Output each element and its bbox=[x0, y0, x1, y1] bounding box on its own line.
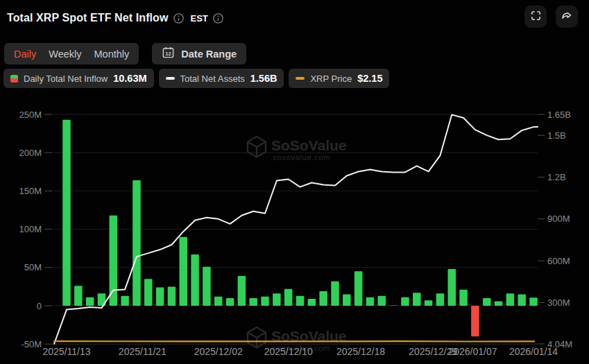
right-axis-label: 1.2B bbox=[547, 172, 566, 182]
x-axis-label: 2025/11/13 bbox=[42, 346, 90, 357]
inflow-bar bbox=[249, 298, 257, 306]
legend-value: $2.15 bbox=[357, 73, 382, 84]
inflow-bar bbox=[319, 291, 327, 306]
toolbar: Daily Weekly Monthly 12 Date Range bbox=[4, 43, 246, 64]
price-line-swatch-icon bbox=[296, 77, 305, 80]
x-axis-label: 2025/11/21 bbox=[119, 346, 167, 357]
tab-weekly[interactable]: Weekly bbox=[49, 49, 81, 60]
inflow-bar bbox=[495, 301, 503, 306]
legend-item-xrp-price[interactable]: XRP Price $2.15 bbox=[289, 69, 389, 88]
inflow-bar bbox=[401, 297, 409, 306]
inflow-bar bbox=[425, 300, 433, 306]
inflow-bar bbox=[413, 293, 421, 306]
x-axis-label: 2025/12/10 bbox=[264, 346, 313, 357]
chart-canvas[interactable]: 250M200M150M100M50M0-50M1.65B1.5B1.2B900… bbox=[0, 103, 589, 364]
inflow-bar bbox=[483, 298, 491, 306]
legend-item-daily-net-inflow[interactable]: Daily Total Net Inflow 10.63M bbox=[3, 69, 154, 88]
calendar-icon: 12 bbox=[162, 46, 175, 62]
inflow-bar bbox=[62, 120, 71, 306]
tab-daily[interactable]: Daily bbox=[14, 49, 36, 60]
est-timezone-label: EST bbox=[191, 13, 208, 24]
inflow-bar bbox=[238, 276, 246, 306]
legend-label: XRP Price bbox=[310, 73, 352, 84]
legend-value: 10.63M bbox=[113, 73, 146, 84]
right-axis-label: 1.5B bbox=[547, 130, 566, 141]
x-axis-label: 2025/12/02 bbox=[194, 346, 243, 357]
outflow-bar bbox=[471, 306, 479, 336]
inflow-bar bbox=[144, 279, 153, 306]
inflow-bar bbox=[529, 297, 538, 306]
period-tab-group: Daily Weekly Monthly bbox=[4, 43, 139, 64]
legend-value: 1.56B bbox=[250, 73, 278, 84]
inflow-bar bbox=[226, 298, 234, 306]
watermark-cube-icon bbox=[248, 327, 266, 348]
sosovalue-watermark: SoSoValuesosovalue.com bbox=[248, 137, 347, 162]
calendar-day-number: 12 bbox=[166, 51, 171, 57]
fullscreen-button[interactable] bbox=[524, 6, 547, 28]
inflow-bar bbox=[133, 180, 141, 306]
date-range-button[interactable]: 12 Date Range bbox=[152, 43, 246, 64]
inflow-bar bbox=[180, 237, 188, 306]
right-axis-label: 600M bbox=[547, 256, 570, 266]
inflow-bar bbox=[366, 297, 375, 306]
watermark-brand: SoSoValue bbox=[271, 137, 347, 153]
inflow-bar bbox=[343, 294, 351, 306]
left-axis-label: 100M bbox=[19, 224, 42, 234]
left-axis-label: 250M bbox=[19, 110, 42, 120]
legend-label: Daily Total Net Inflow bbox=[24, 73, 108, 84]
inflow-bar bbox=[86, 297, 94, 306]
inflow-bar bbox=[447, 269, 456, 306]
date-range-label: Date Range bbox=[181, 49, 237, 60]
inflow-bar bbox=[389, 305, 398, 306]
inflow-bar bbox=[273, 293, 281, 306]
inflow-bar bbox=[459, 290, 468, 306]
inflow-bar bbox=[74, 286, 83, 306]
inflow-bar bbox=[110, 216, 118, 306]
inflow-bar bbox=[436, 293, 445, 306]
left-axis-label: 150M bbox=[19, 186, 42, 196]
inflow-bar bbox=[191, 254, 199, 306]
inflow-bar bbox=[156, 288, 164, 306]
xrp-etf-chart-widget: Total XRP Spot ETF Net Inflow EST Daily … bbox=[0, 0, 589, 364]
fullscreen-icon bbox=[530, 10, 542, 24]
watermark-domain: sosovalue.com bbox=[273, 153, 330, 162]
right-axis-label: 1.65B bbox=[547, 110, 571, 120]
inflow-bar bbox=[506, 293, 515, 306]
left-axis-label: -50M bbox=[21, 339, 42, 349]
inflow-bar bbox=[378, 296, 386, 306]
inflow-bar bbox=[261, 297, 269, 306]
left-axis-label: 0 bbox=[37, 301, 42, 311]
info-icon[interactable] bbox=[213, 13, 223, 24]
inflow-bar bbox=[121, 296, 129, 306]
inflow-bar bbox=[518, 294, 526, 306]
inflow-bar bbox=[331, 281, 339, 306]
legend-item-total-net-assets[interactable]: Total Net Assets 1.56B bbox=[159, 69, 284, 88]
x-axis-label: 2025/12/18 bbox=[336, 346, 385, 357]
share-icon bbox=[561, 9, 573, 24]
info-icon[interactable] bbox=[173, 13, 184, 24]
watermark-cube-icon bbox=[248, 137, 266, 157]
x-axis-label: 2026/01/07 bbox=[448, 346, 497, 357]
inflow-bar bbox=[168, 286, 176, 306]
inflow-bar bbox=[203, 267, 211, 306]
right-axis-label: 300M bbox=[547, 297, 570, 308]
inflow-bar bbox=[296, 296, 305, 306]
page-title: Total XRP Spot ETF Net Inflow bbox=[7, 12, 169, 24]
share-button[interactable] bbox=[556, 6, 578, 28]
assets-line-swatch-icon bbox=[166, 77, 175, 80]
inflow-bar-swatch-icon bbox=[10, 75, 18, 83]
x-axis-label: 2026/01/14 bbox=[509, 346, 558, 357]
legend: Daily Total Net Inflow 10.63M Total Net … bbox=[3, 69, 389, 88]
tab-monthly[interactable]: Monthly bbox=[94, 49, 130, 60]
inflow-bar bbox=[214, 297, 223, 306]
inflow-bar bbox=[355, 271, 363, 306]
legend-label: Total Net Assets bbox=[180, 73, 245, 84]
inflow-bar bbox=[308, 299, 316, 306]
left-axis-label: 50M bbox=[24, 262, 42, 272]
header: Total XRP Spot ETF Net Inflow EST bbox=[7, 10, 223, 26]
right-axis-label: 900M bbox=[547, 214, 570, 224]
inflow-bar bbox=[284, 289, 293, 306]
left-axis-label: 200M bbox=[19, 148, 42, 158]
